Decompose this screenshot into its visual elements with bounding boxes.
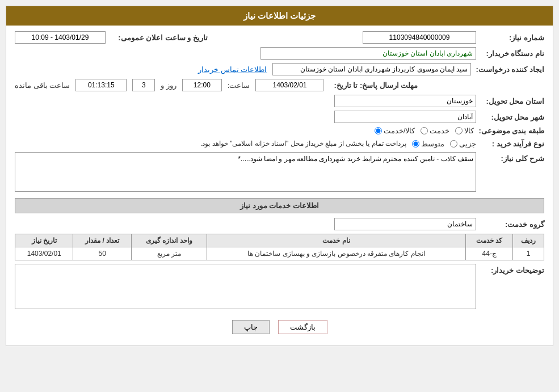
requester-label: ایجاد کننده درخواست: xyxy=(471,65,544,74)
purchase-type-radio-group: جزیی متوسط xyxy=(412,140,476,148)
col-row-number: ردیف xyxy=(513,234,544,247)
purchase-medium-label: متوسط xyxy=(421,140,444,148)
contact-info-link[interactable]: اطلاعات تماس خریدار xyxy=(198,65,267,74)
service-group-input xyxy=(334,218,476,230)
category-row: طبقه بندی موضوعی: کالا خدمت کالا/خدمت xyxy=(15,127,544,135)
category-radio-group: کالا خدمت کالا/خدمت xyxy=(375,127,474,135)
delivery-city-row: شهر محل تحویل: xyxy=(15,111,544,123)
category-service-radio[interactable] xyxy=(421,127,428,134)
services-section-header: اطلاعات خدمات مورد نیاز xyxy=(15,198,544,213)
purchase-type-note: پرداخت تمام یا بخشی از مبلغ خریداز محل "… xyxy=(200,138,406,149)
purchase-type-medium: متوسط xyxy=(412,140,444,148)
announcement-datetime-input xyxy=(15,31,106,44)
buyer-org-label: نام دستگاه خریدار: xyxy=(476,49,544,58)
purchase-type-label: نوع فرآیند خرید : xyxy=(476,140,544,148)
category-goods-label: کالا xyxy=(464,127,474,135)
category-option-goods: کالا xyxy=(455,127,474,135)
delivery-city-input xyxy=(334,111,476,123)
response-time-label: ساعت: xyxy=(228,81,250,90)
need-number-input xyxy=(363,31,476,44)
col-service-name: نام خدمت xyxy=(207,234,466,247)
col-service-code: کد خدمت xyxy=(466,234,513,247)
cell-service-code: ج-44 xyxy=(466,247,513,260)
category-both-label: کالا/خدمت xyxy=(384,127,415,135)
purchase-small-label: جزیی xyxy=(459,140,476,148)
purchase-small-radio[interactable] xyxy=(450,140,457,147)
category-service-label: خدمت xyxy=(430,127,449,135)
print-button[interactable]: چاپ xyxy=(232,320,270,334)
purchase-medium-radio[interactable] xyxy=(412,140,419,147)
response-time-input xyxy=(182,79,222,91)
buyer-notes-label: توضیحات خریدار: xyxy=(476,264,544,275)
remaining-days-input xyxy=(132,79,155,91)
back-button[interactable]: بازگشت xyxy=(278,320,327,334)
service-group-row: گروه خدمت: xyxy=(15,218,544,230)
col-need-date: تاریخ نیاز xyxy=(15,234,73,247)
category-label: طبقه بندی موضوعی: xyxy=(474,127,544,135)
col-quantity: تعداد / مقدار xyxy=(73,234,131,247)
delivery-province-label: استان محل تحویل: xyxy=(476,97,544,106)
button-row: بازگشت چاپ xyxy=(15,314,544,340)
table-row: 1 ج-44 انجام کارهای متفرقه درخصوص بازساز… xyxy=(15,247,544,260)
description-content xyxy=(15,152,476,193)
response-deadline-row: مهلت ارسال پاسخ: تا تاریخ: ساعت: روز و س… xyxy=(15,79,544,91)
buyer-org-input xyxy=(260,47,476,60)
requester-input xyxy=(272,63,471,75)
cell-quantity: 50 xyxy=(73,247,131,260)
response-deadline-label: مهلت ارسال پاسخ: تا تاریخ: xyxy=(327,81,418,90)
delivery-city-label: شهر محل تحویل: xyxy=(476,113,544,121)
service-group-label: گروه خدمت: xyxy=(476,220,544,229)
need-number-label: شماره نیاز: xyxy=(476,33,544,42)
buyer-notes-content xyxy=(15,264,476,311)
response-date-input xyxy=(255,79,323,91)
announcement-datetime-label: تاریخ و ساعت اعلان عمومی: xyxy=(106,33,208,42)
cell-date: 1403/02/01 xyxy=(15,247,73,260)
page-header: جزئیات اطلاعات نیاز xyxy=(6,6,553,26)
services-table: ردیف کد خدمت نام خدمت واحد اندازه گیری ت… xyxy=(15,234,544,260)
remaining-time-label: ساعت باقی مانده xyxy=(15,81,70,90)
delivery-province-row: استان محل تحویل: xyxy=(15,95,544,107)
remaining-time-input xyxy=(75,79,127,91)
description-textarea[interactable] xyxy=(15,152,476,192)
buyer-org-row: نام دستگاه خریدار: xyxy=(15,47,544,60)
cell-unit: متر مربع xyxy=(131,247,207,260)
category-both-radio[interactable] xyxy=(375,127,382,134)
col-measurement-unit: واحد اندازه گیری xyxy=(131,234,207,247)
category-goods-radio[interactable] xyxy=(455,127,463,134)
buyer-notes-row: توضیحات خریدار: xyxy=(15,264,544,311)
purchase-type-small: جزیی xyxy=(450,140,476,148)
cell-service-name: انجام کارهای متفرقه درخصوص بازسازی و بهس… xyxy=(207,247,466,260)
purchase-type-row: نوع فرآیند خرید : جزیی متوسط پرداخت تمام… xyxy=(15,138,544,149)
page-title: جزئیات اطلاعات نیاز xyxy=(243,11,316,20)
delivery-province-input xyxy=(334,95,476,107)
category-option-service: خدمت xyxy=(421,127,449,135)
cell-row-number: 1 xyxy=(513,247,544,260)
requester-row: ایجاد کننده درخواست: اطلاعات تماس خریدار xyxy=(15,63,544,75)
remaining-days-static: روز و xyxy=(161,81,176,90)
description-label: شرح کلی نیاز: xyxy=(476,152,544,163)
category-option-both: کالا/خدمت xyxy=(375,127,415,135)
buyer-notes-textarea[interactable] xyxy=(15,264,476,309)
need-number-row: شماره نیاز: تاریخ و ساعت اعلان عمومی: xyxy=(15,31,544,44)
description-row: شرح کلی نیاز: xyxy=(15,152,544,193)
